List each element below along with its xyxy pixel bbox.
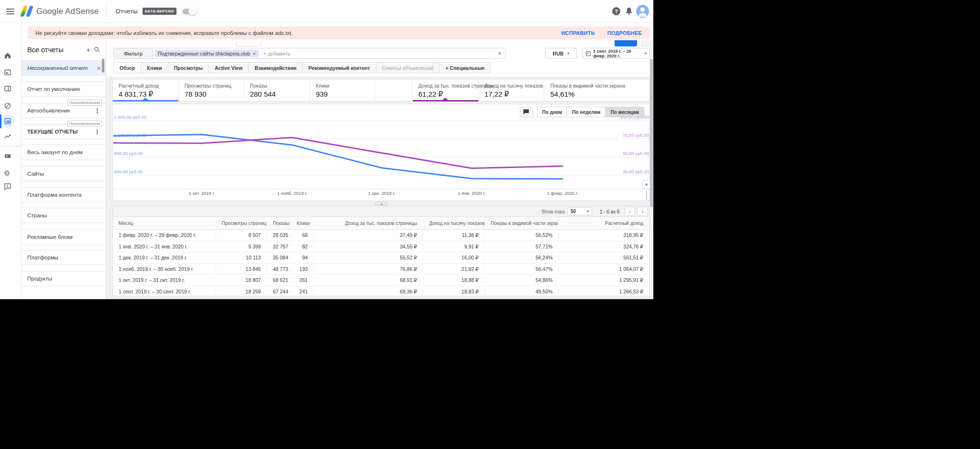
column-header-4[interactable]: Клики bbox=[290, 221, 313, 226]
table-row[interactable]: 1 февр. 2020 г. – 29 февр. 2020 г.8 5072… bbox=[113, 230, 649, 241]
beta-toggle[interactable] bbox=[182, 9, 196, 14]
column-header-7[interactable]: Показы в видимой части экрана bbox=[484, 221, 559, 226]
metric-card-1[interactable]: Расчетный доход4 831,73 ₽ bbox=[113, 79, 179, 101]
line-chart[interactable]: 1 600,00 руб.00100,00 руб.001 200,00 руб… bbox=[113, 104, 650, 202]
filter-input[interactable]: Подтвержденные сайты shkolapola.club × +… bbox=[153, 48, 506, 59]
notifications-bell-icon[interactable] bbox=[625, 7, 633, 15]
sidebar-item-5[interactable]: Весь аккаунт по дням bbox=[22, 145, 106, 160]
feedback-icon[interactable] bbox=[4, 183, 11, 191]
close-icon[interactable]: × bbox=[96, 65, 101, 72]
sidebar-item-11[interactable]: Продукты bbox=[22, 271, 106, 286]
table-cell: 55,52 ₽ bbox=[313, 255, 423, 260]
calendar-icon bbox=[585, 51, 591, 56]
period-button-2[interactable]: По неделям bbox=[567, 107, 606, 117]
add-report-icon[interactable]: + bbox=[86, 46, 90, 53]
ads-icon[interactable] bbox=[4, 68, 11, 76]
metric-value: 939 bbox=[316, 90, 375, 98]
home-icon[interactable] bbox=[4, 52, 11, 59]
settings-gear-icon[interactable]: ⚙ bbox=[4, 169, 11, 177]
fix-link[interactable]: ИСПРАВИТЬ bbox=[561, 30, 595, 36]
adsense-logo-icon[interactable] bbox=[22, 6, 32, 17]
hamburger-menu-icon[interactable] bbox=[6, 7, 14, 16]
reports-sidebar: Все отчеты + Несохраненный отчет×Отчет п… bbox=[22, 40, 106, 299]
table-cell: 48 773 bbox=[266, 266, 290, 272]
reports-active-bar bbox=[0, 114, 1, 128]
pagination-range: 1 - 6 из 6 bbox=[600, 209, 619, 214]
more-link[interactable]: ПОДРОБНЕЕ bbox=[607, 30, 642, 36]
prev-page-button[interactable]: ‹ bbox=[625, 207, 635, 216]
filter-add-placeholder[interactable]: + добавить bbox=[263, 51, 498, 56]
table-row[interactable]: 1 дек. 2019 г. – 31 дек. 2019 г.10 11335… bbox=[113, 252, 649, 264]
metric-label: Расчетный доход bbox=[119, 83, 178, 89]
column-header-5[interactable]: Доход за тыс. показов страницы bbox=[313, 221, 423, 226]
table-cell: 18,83 ₽ bbox=[423, 289, 484, 294]
filter-clear-icon[interactable]: × bbox=[498, 50, 501, 57]
tab-8[interactable]: + Специальные bbox=[439, 62, 491, 73]
kebab-menu-icon[interactable]: ⋮ bbox=[93, 128, 101, 135]
page-scrollbar[interactable] bbox=[650, 46, 653, 299]
table-cell: 1 064,07 ₽ bbox=[558, 266, 649, 272]
column-header-2[interactable]: Просмотры страниц bbox=[216, 221, 267, 226]
column-header-6[interactable]: Доход на тысячу показов bbox=[423, 221, 484, 226]
metric-value: 17,22 ₽ bbox=[484, 90, 544, 99]
column-header-8[interactable]: Расчетный доход bbox=[558, 221, 649, 226]
tab-5[interactable]: Взаимодействия bbox=[248, 62, 303, 73]
sidebar-item-label: Страны bbox=[27, 213, 101, 218]
tab-6[interactable]: Рекомендуемый контент bbox=[302, 62, 376, 73]
search-icon[interactable] bbox=[93, 46, 100, 53]
sidebar-item-10[interactable]: Платформы bbox=[22, 250, 106, 265]
sidebar-item-1[interactable]: Несохраненный отчет× bbox=[22, 60, 106, 76]
page-size-select[interactable]: 50 ▾ bbox=[567, 207, 592, 215]
metric-card-2[interactable]: Просмотры страниц78 930 bbox=[179, 79, 244, 101]
table-row[interactable]: 1 нояб. 2019 г. – 30 нояб. 2019 г.13 845… bbox=[113, 264, 649, 275]
help-icon[interactable]: ? bbox=[612, 7, 620, 15]
metric-card-4[interactable]: Клики939 bbox=[310, 79, 375, 101]
next-page-button[interactable]: › bbox=[637, 207, 648, 216]
period-button-3[interactable]: По месяцам bbox=[605, 107, 644, 117]
optimization-icon[interactable] bbox=[4, 133, 11, 140]
filter-bar: Фильтр Подтвержденные сайты shkolapola.c… bbox=[113, 48, 506, 59]
metric-card-8[interactable]: Показы в видимой части экрана54,61% bbox=[544, 79, 649, 101]
page-scrollbar-thumb[interactable] bbox=[650, 59, 653, 207]
table-cell: 1 266,53 ₽ bbox=[558, 289, 649, 294]
collapse-chart-button[interactable]: ▲ bbox=[375, 202, 388, 206]
period-button-1[interactable]: По дням bbox=[537, 107, 568, 117]
comment-icon[interactable] bbox=[520, 107, 533, 117]
tab-1[interactable]: Обзор bbox=[113, 62, 141, 73]
reports-icon[interactable] bbox=[4, 117, 11, 125]
metric-selected-caret bbox=[442, 98, 448, 100]
table-cell: 56,47% bbox=[484, 266, 559, 272]
sidebar-item-8[interactable]: Страны bbox=[22, 208, 106, 223]
sidebar-item-2[interactable]: Отчет по умолчанию bbox=[22, 81, 106, 97]
svg-text:1 дек. 2019 г.: 1 дек. 2019 г. bbox=[368, 191, 396, 196]
sidebar-item-9[interactable]: Рекламные блоки bbox=[22, 229, 106, 245]
currency-select[interactable]: RUB ▾ bbox=[545, 48, 577, 59]
chart-zoom-slider[interactable] bbox=[646, 190, 647, 200]
sidebar-item-6[interactable]: Сайты bbox=[22, 166, 106, 181]
table-cell: 18 807 bbox=[216, 277, 267, 283]
save-button-fragment[interactable] bbox=[615, 40, 637, 46]
sidebar-scrollbar-thumb[interactable] bbox=[102, 59, 104, 72]
metric-card-6[interactable]: Доход за тыс. показов страницы61,22 ₽ bbox=[413, 79, 479, 101]
tab-2[interactable]: Клики bbox=[141, 62, 168, 73]
beta-badge: БЕТА-ВЕРСИЯ bbox=[143, 8, 176, 15]
metric-card-3[interactable]: Показы280 544 bbox=[244, 79, 310, 101]
metric-card-7[interactable]: Доход на тысячу показов17,22 ₽ bbox=[479, 79, 545, 101]
filter-chip[interactable]: Подтвержденные сайты shkolapola.club × bbox=[155, 50, 259, 57]
avatar[interactable] bbox=[636, 5, 649, 18]
blocking-controls-icon[interactable] bbox=[4, 102, 11, 110]
sites-layout-icon[interactable] bbox=[4, 85, 11, 92]
table-cell: 324,76 ₽ bbox=[558, 244, 649, 249]
show-rows-label: Show rows bbox=[541, 209, 565, 214]
date-range-picker[interactable]: 1 сент. 2019 г. – 29 февр. 2020 г. ▾ bbox=[583, 48, 650, 59]
sidebar-item-7[interactable]: Платформа контента bbox=[22, 187, 106, 202]
payments-icon[interactable] bbox=[4, 152, 11, 160]
tab-4[interactable]: Active View bbox=[209, 62, 249, 73]
tab-3[interactable]: Просмотры bbox=[168, 62, 209, 73]
table-row[interactable]: 1 янв. 2020 г. – 31 янв. 2020 г.9 39932 … bbox=[113, 241, 649, 253]
kebab-menu-icon[interactable]: ⋮ bbox=[93, 107, 101, 114]
column-header-1[interactable]: Месяц bbox=[113, 221, 216, 226]
chip-close-icon[interactable]: × bbox=[253, 51, 256, 56]
column-header-3[interactable]: Показы bbox=[266, 221, 290, 226]
table-row[interactable]: 1 окт. 2019 г. – 31 окт. 2019 г.18 80768… bbox=[113, 275, 649, 286]
